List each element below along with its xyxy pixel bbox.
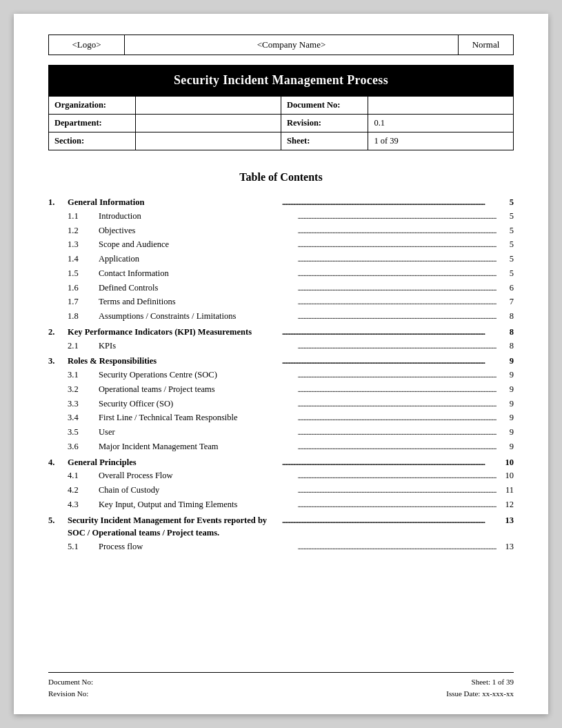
- toc-section-label: Security Incident Management for Events …: [68, 514, 281, 540]
- toc-sub-label: Introduction: [99, 210, 297, 223]
- toc-sub-dots: [297, 397, 497, 411]
- toc-sub-num: 1.5: [68, 267, 99, 280]
- docno-value: [368, 97, 514, 115]
- toc-sub-num: 3.5: [68, 426, 99, 439]
- toc-sub-page: 8: [496, 340, 514, 353]
- toc-section-num: 3.: [48, 355, 68, 368]
- toc-sub-item: 2.1KPIs8: [48, 340, 514, 353]
- footer-sheet: Sheet: 1 of 39: [446, 676, 514, 689]
- footer: Document No: Revision No: Sheet: 1 of 39…: [48, 672, 514, 700]
- footer-left: Document No: Revision No:: [48, 676, 93, 700]
- toc-main-item: 5.Security Incident Management for Event…: [48, 514, 514, 540]
- footer-revision: Revision No:: [48, 688, 93, 700]
- toc-main-item: 4.General Principles10: [48, 456, 514, 469]
- toc-sub-label: Security Officer (SO): [99, 397, 297, 411]
- toc-dots: [281, 326, 496, 339]
- toc-sub-num: 3.6: [68, 440, 99, 453]
- toc-title: Table of Contents: [48, 171, 514, 184]
- toc-sub-dots: [297, 469, 497, 482]
- status-cell: Normal: [459, 35, 514, 55]
- toc-sub-page: 10: [496, 469, 514, 482]
- toc-sub-dots: [297, 210, 497, 223]
- info-table: Organization: Document No: Department: R…: [48, 96, 514, 150]
- toc-main-item: 3.Roles & Responsibilities9: [48, 355, 514, 368]
- toc-sub-item: 3.6Major Incident Management Team9: [48, 440, 514, 453]
- toc-sub-dots: [297, 484, 497, 497]
- toc-sub-label: Key Input, Output and Timing Elements: [99, 498, 297, 511]
- toc-section-num: 5.: [48, 514, 68, 527]
- toc-sub-num: 3.2: [68, 383, 99, 396]
- toc-sub-label: Chain of Custody: [99, 484, 297, 497]
- dept-value: [136, 115, 281, 132]
- document-page: <Logo> <Company Name> Normal Security In…: [14, 14, 548, 714]
- toc-sub-page: 5: [496, 253, 514, 266]
- toc-sub-dots: [297, 540, 497, 553]
- toc-section: 1.General Information51.1Introduction51.…: [48, 196, 514, 323]
- toc-main-item: 1.General Information5: [48, 196, 514, 209]
- toc-sub-dots: [297, 224, 497, 237]
- info-row-3: Section: Sheet: 1 of 39: [49, 132, 514, 150]
- toc-sub-dots: [297, 440, 497, 453]
- toc-sub-label: First Line / Technical Team Responsible: [99, 411, 297, 424]
- header-table: <Logo> <Company Name> Normal: [48, 35, 514, 55]
- toc-sub-item: 1.1Introduction5: [48, 210, 514, 223]
- toc-sub-dots: [297, 295, 497, 308]
- toc-section-page: 8: [496, 326, 514, 339]
- sheet-value: 1 of 39: [368, 132, 514, 150]
- docno-label: Document No:: [281, 97, 368, 115]
- toc-section-label: General Principles: [68, 456, 281, 469]
- toc-sub-label: Assumptions / Constraints / Limitations: [99, 310, 297, 323]
- toc-sub-dots: [297, 310, 497, 323]
- org-label: Organization:: [49, 97, 136, 115]
- toc-sub-label: Overall Process Flow: [99, 469, 297, 482]
- toc-sub-page: 5: [496, 267, 514, 280]
- toc-sub-label: Contact Information: [99, 267, 297, 280]
- toc-sub-label: User: [99, 426, 297, 439]
- toc-sub-num: 1.2: [68, 224, 99, 237]
- toc-sub-item: 3.2Operational teams / Project teams9: [48, 383, 514, 396]
- toc-sub-label: Terms and Definitions: [99, 295, 297, 308]
- toc-sub-item: 3.1Security Operations Centre (SOC)9: [48, 368, 514, 382]
- toc-sub-num: 1.1: [68, 210, 99, 223]
- toc-sub-item: 1.8Assumptions / Constraints / Limitatio…: [48, 310, 514, 323]
- toc-sub-page: 9: [496, 426, 514, 439]
- toc-sub-dots: [297, 267, 497, 280]
- toc-sub-num: 5.1: [68, 540, 99, 553]
- toc-section: 3.Roles & Responsibilities93.1Security O…: [48, 355, 514, 453]
- toc-sub-num: 1.8: [68, 310, 99, 323]
- info-row-1: Organization: Document No:: [49, 97, 514, 115]
- toc-main-item: 2.Key Performance Indicators (KPI) Measu…: [48, 326, 514, 339]
- toc-section-num: 4.: [48, 456, 68, 469]
- toc-sub-num: 1.7: [68, 295, 99, 308]
- toc-sub-page: 12: [496, 498, 514, 511]
- toc-section-label: General Information: [68, 196, 281, 209]
- toc-sub-num: 3.4: [68, 411, 99, 424]
- toc-sub-num: 1.6: [68, 282, 99, 295]
- toc-sub-dots: [297, 498, 497, 511]
- toc-section-num: 1.: [48, 196, 68, 209]
- toc-section: 4.General Principles104.1Overall Process…: [48, 456, 514, 511]
- toc-sub-page: 5: [496, 238, 514, 251]
- toc-sub-page: 9: [496, 368, 514, 382]
- revision-label: Revision:: [281, 115, 368, 132]
- info-row-2: Department: Revision: 0.1: [49, 115, 514, 132]
- toc-sub-label: Objectives: [99, 224, 297, 237]
- org-value: [136, 97, 281, 115]
- toc-section-page: 10: [496, 456, 514, 469]
- toc-container: 1.General Information51.1Introduction51.…: [48, 196, 514, 553]
- logo-cell: <Logo>: [49, 35, 125, 55]
- toc-sub-item: 4.2Chain of Custody11: [48, 484, 514, 497]
- toc-sub-label: Security Operations Centre (SOC): [99, 368, 297, 382]
- toc-sub-label: Operational teams / Project teams: [99, 383, 297, 396]
- toc-sub-page: 9: [496, 397, 514, 411]
- toc-sub-item: 4.3Key Input, Output and Timing Elements…: [48, 498, 514, 511]
- toc-sub-page: 9: [496, 440, 514, 453]
- toc-sub-dots: [297, 282, 497, 295]
- dept-label: Department:: [49, 115, 136, 132]
- toc-sub-num: 1.4: [68, 253, 99, 266]
- toc-dots: [281, 196, 496, 209]
- toc-sub-num: 4.3: [68, 498, 99, 511]
- toc-section-page: 13: [496, 514, 514, 527]
- toc-dots: [281, 514, 496, 527]
- toc-sub-page: 8: [496, 310, 514, 323]
